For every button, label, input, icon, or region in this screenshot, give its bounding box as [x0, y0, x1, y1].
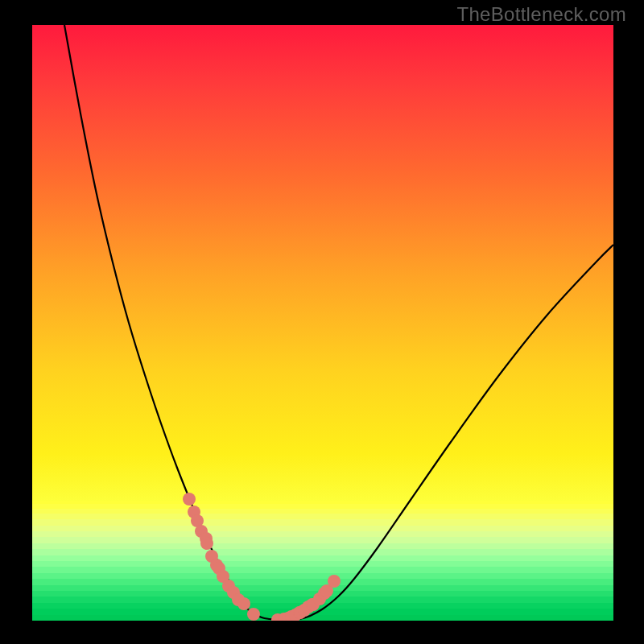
marker-dot: [328, 575, 341, 588]
marker-dot: [237, 597, 250, 610]
bottleneck-curve: [64, 25, 613, 620]
plot-area: [32, 25, 613, 621]
chart-frame: TheBottleneck.com: [0, 0, 644, 644]
marker-dots: [183, 493, 341, 621]
marker-dot: [183, 493, 196, 506]
curve-svg: [32, 25, 613, 621]
marker-dot: [200, 537, 213, 550]
watermark-text: TheBottleneck.com: [456, 3, 626, 26]
marker-dot: [247, 608, 260, 621]
